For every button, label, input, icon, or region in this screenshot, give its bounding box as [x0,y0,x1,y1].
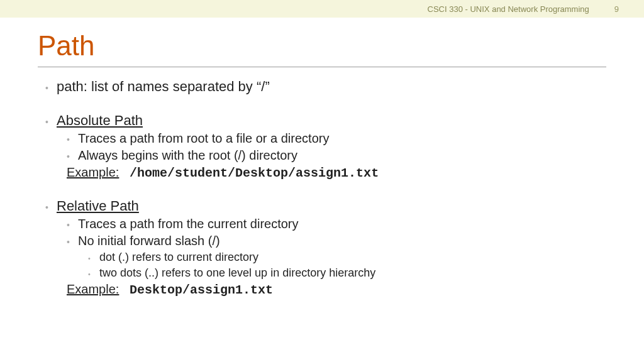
example-label: Example: [67,282,119,296]
bullet-text: path: list of names separated by “/” [57,79,270,95]
section-heading: Absolute Path [57,112,143,129]
bullet-definition: • path: list of names separated by “/” [38,79,606,95]
bullet-text: Always begins with the root (/) director… [78,148,297,163]
bullet-icon: • [67,237,78,247]
example-absolute: Example: /home/student/Desktop/assign1.t… [38,165,606,180]
bullet-icon: • [45,83,57,93]
example-label: Example: [67,165,119,179]
slide-title: Path [38,30,606,62]
slide-header: CSCI 330 - UNIX and Network Programming … [0,0,644,18]
bullet-icon: • [45,202,57,212]
bullet-text: two dots (..) refers to one level up in … [99,266,375,280]
bullet-icon: • [45,117,57,127]
bullet-icon: • [88,270,99,278]
bullet-icon: • [67,134,78,145]
bullet-relative-sub2: • two dots (..) refers to one level up i… [38,266,606,280]
bullet-relative-sub1: • dot (.) refers to current directory [38,251,606,264]
example-value: /home/student/Desktop/assign1.txt [130,166,379,180]
bullet-text: Traces a path from the current directory [78,217,299,231]
bullet-icon: • [88,255,99,262]
bullet-icon: • [67,220,78,230]
bullet-text: dot (.) refers to current directory [99,251,258,264]
section-heading: Relative Path [57,198,139,214]
example-relative: Example: Desktop/assign1.txt [38,282,606,297]
bullet-text: Traces a path from root to a file or a d… [78,131,329,146]
course-label: CSCI 330 - UNIX and Network Programming [428,4,589,14]
slide-content: Path • path: list of names separated by … [0,18,644,312]
bullet-relative-2: • No initial forward slash (/) [38,234,606,248]
title-divider [38,67,606,67]
example-value: Desktop/assign1.txt [130,283,273,297]
bullet-relative-heading: • Relative Path [38,198,606,214]
bullet-icon: • [67,151,78,162]
bullet-absolute-heading: • Absolute Path [38,112,606,129]
bullet-absolute-2: • Always begins with the root (/) direct… [38,148,606,163]
page-number: 9 [614,4,619,14]
bullet-absolute-1: • Traces a path from root to a file or a… [38,131,606,146]
bullet-text: No initial forward slash (/) [78,234,220,248]
bullet-relative-1: • Traces a path from the current directo… [38,217,606,231]
